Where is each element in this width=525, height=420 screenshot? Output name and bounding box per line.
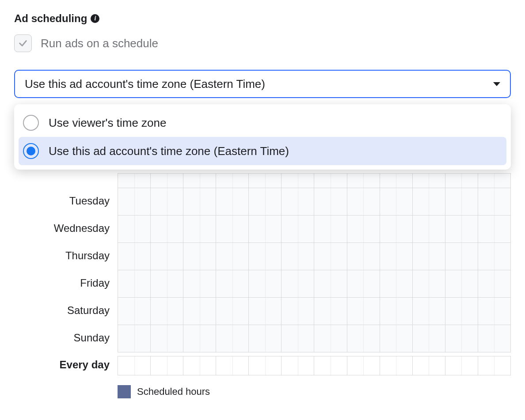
hour-cell[interactable] [347,216,380,242]
hour-cell[interactable] [183,174,216,188]
hour-cell[interactable] [118,188,151,215]
hour-cell[interactable] [183,216,216,242]
hour-cell[interactable] [347,325,380,352]
hour-cell[interactable] [445,325,478,352]
hour-cell[interactable] [118,270,151,297]
hour-cell[interactable] [478,325,510,352]
hour-cell[interactable] [380,216,413,242]
hour-cell[interactable] [478,216,510,242]
hour-cell[interactable] [413,188,445,215]
hour-cell[interactable] [413,216,445,242]
hour-cell[interactable] [413,325,445,352]
hour-cell[interactable] [151,174,183,188]
hour-cell[interactable] [445,216,478,242]
hour-cell[interactable] [183,325,216,352]
hour-cell[interactable] [118,298,151,325]
hour-cell[interactable] [314,174,347,188]
hour-cell[interactable] [314,298,347,325]
hour-cell[interactable] [347,243,380,270]
hour-cell[interactable] [347,188,380,215]
every-day-cell[interactable] [249,356,282,375]
hour-cell[interactable] [282,174,314,188]
hour-cell[interactable] [216,270,249,297]
hour-cell[interactable] [445,298,478,325]
hour-cell[interactable] [216,243,249,270]
hour-cell[interactable] [347,270,380,297]
hour-cell[interactable] [151,325,183,352]
info-icon[interactable]: i [91,14,99,23]
hour-cell[interactable] [282,188,314,215]
hour-cell[interactable] [151,243,183,270]
every-day-cell[interactable] [380,356,413,375]
hour-cell[interactable] [183,298,216,325]
hour-cell[interactable] [314,216,347,242]
hour-cell[interactable] [380,174,413,188]
hour-cell[interactable] [314,270,347,297]
schedule-checkbox[interactable] [14,34,32,52]
hour-cell[interactable] [478,298,510,325]
timezone-option-viewer[interactable]: Use viewer's time zone [19,109,506,137]
hour-cell[interactable] [216,325,249,352]
hour-cell[interactable] [380,188,413,215]
hour-cell[interactable] [445,188,478,215]
hour-cell[interactable] [118,174,151,188]
hour-cell[interactable] [249,243,282,270]
hour-cell[interactable] [249,325,282,352]
hour-cell[interactable] [216,188,249,215]
hour-cell[interactable] [445,243,478,270]
hour-cell[interactable] [478,243,510,270]
hour-cell[interactable] [118,325,151,352]
timezone-select[interactable]: Use this ad account's time zone (Eastern… [14,70,511,98]
every-day-cell[interactable] [216,356,249,375]
hour-cell[interactable] [183,188,216,215]
hour-cell[interactable] [380,298,413,325]
hour-cell[interactable] [151,216,183,242]
hour-cell[interactable] [151,298,183,325]
hour-cell[interactable] [282,298,314,325]
hour-cell[interactable] [347,298,380,325]
hour-cell[interactable] [151,188,183,215]
hour-cell[interactable] [314,243,347,270]
hour-cell[interactable] [249,298,282,325]
every-day-cell[interactable] [445,356,478,375]
hour-cell[interactable] [282,243,314,270]
hour-cell[interactable] [249,174,282,188]
hour-cell[interactable] [413,174,445,188]
hour-cell[interactable] [413,298,445,325]
schedule-grid[interactable] [118,173,511,352]
hour-cell[interactable] [216,298,249,325]
every-day-cell[interactable] [413,356,445,375]
hour-cell[interactable] [478,188,510,215]
every-day-row[interactable] [118,356,511,375]
hour-cell[interactable] [216,174,249,188]
hour-cell[interactable] [347,174,380,188]
hour-cell[interactable] [445,174,478,188]
hour-cell[interactable] [282,325,314,352]
hour-cell[interactable] [249,216,282,242]
every-day-cell[interactable] [478,356,510,375]
hour-cell[interactable] [314,188,347,215]
hour-cell[interactable] [118,216,151,242]
hour-cell[interactable] [445,270,478,297]
hour-cell[interactable] [249,270,282,297]
hour-cell[interactable] [249,188,282,215]
hour-cell[interactable] [413,270,445,297]
every-day-cell[interactable] [151,356,183,375]
hour-cell[interactable] [380,243,413,270]
every-day-cell[interactable] [183,356,216,375]
hour-cell[interactable] [478,174,510,188]
hour-cell[interactable] [282,216,314,242]
hour-cell[interactable] [478,270,510,297]
every-day-cell[interactable] [118,356,151,375]
hour-cell[interactable] [380,270,413,297]
hour-cell[interactable] [216,216,249,242]
hour-cell[interactable] [413,243,445,270]
every-day-cell[interactable] [314,356,347,375]
hour-cell[interactable] [118,243,151,270]
every-day-cell[interactable] [347,356,380,375]
hour-cell[interactable] [380,325,413,352]
hour-cell[interactable] [183,270,216,297]
hour-cell[interactable] [314,325,347,352]
every-day-cell[interactable] [282,356,314,375]
timezone-option-account[interactable]: Use this ad account's time zone (Eastern… [19,137,506,165]
